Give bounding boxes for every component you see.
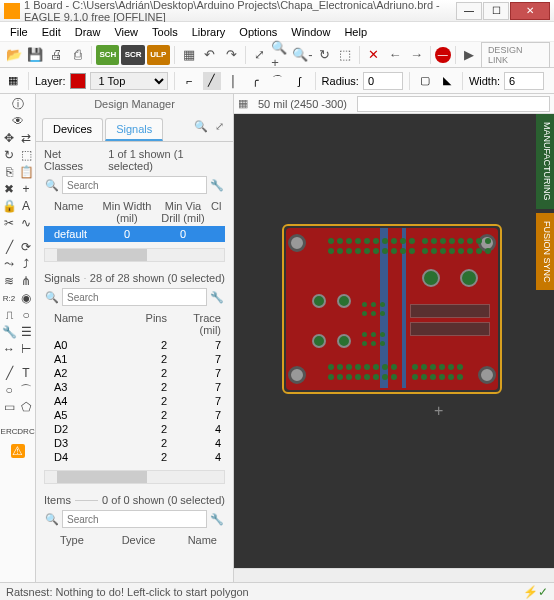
design-link-button[interactable]: DESIGN LINK <box>481 42 550 68</box>
signal-row[interactable]: A027 <box>44 338 225 352</box>
netclass-row[interactable]: default 0 0 <box>44 226 225 242</box>
col-device[interactable]: Device <box>112 534 164 546</box>
zoom-in-icon[interactable]: 🔍+ <box>271 45 290 65</box>
menu-edit[interactable]: Edit <box>36 24 67 40</box>
rect-icon[interactable]: ▭ <box>1 399 17 415</box>
dim-icon[interactable]: ↔ <box>1 341 17 357</box>
menu-help[interactable]: Help <box>338 24 373 40</box>
col-itemname[interactable]: Name <box>165 534 225 546</box>
forward-icon[interactable]: → <box>407 45 426 65</box>
menu-library[interactable]: Library <box>186 24 232 40</box>
undo-icon[interactable]: ↶ <box>200 45 219 65</box>
menu-options[interactable]: Options <box>233 24 283 40</box>
ripup-icon[interactable]: ⤴ <box>18 256 34 272</box>
route-icon[interactable]: ⤳ <box>1 256 17 272</box>
col-cl[interactable]: Cl <box>211 200 225 224</box>
change-icon[interactable]: 🔧 <box>1 324 17 340</box>
show-icon[interactable]: 👁 <box>2 113 34 129</box>
add-icon[interactable]: + <box>18 181 34 197</box>
col-mindrill[interactable]: Min Via Drill (mil) <box>155 200 211 224</box>
layer-color-swatch[interactable] <box>70 73 86 89</box>
signal-row[interactable]: A527 <box>44 408 225 422</box>
print-icon[interactable]: 🖨 <box>47 45 66 65</box>
erc-button[interactable]: ERC <box>1 423 17 439</box>
dim2-icon[interactable]: ⊢ <box>18 341 34 357</box>
paste-icon[interactable]: 📋 <box>18 164 34 180</box>
hole-icon[interactable]: ○ <box>18 307 34 323</box>
cam-icon[interactable]: ⎙ <box>68 45 87 65</box>
redo-icon[interactable]: ↷ <box>222 45 241 65</box>
miter2-icon[interactable]: ◣ <box>438 72 456 90</box>
diff-icon[interactable]: ≋ <box>1 273 17 289</box>
name-icon[interactable]: A <box>18 198 34 214</box>
mirror-icon[interactable]: ⇄ <box>18 130 34 146</box>
fusion-sync-button[interactable]: FUSION SYNC <box>536 213 554 291</box>
items-search-input[interactable] <box>62 510 207 528</box>
grid-icon[interactable]: ▦ <box>234 95 252 113</box>
ratsnest-icon[interactable]: ✕ <box>364 45 383 65</box>
signal-row[interactable]: D424 <box>44 450 225 464</box>
col-type[interactable]: Type <box>44 534 112 546</box>
stop-button[interactable]: — <box>435 47 450 63</box>
wire-style1-icon[interactable]: ⌐ <box>181 72 199 90</box>
signal-icon[interactable]: ⎍ <box>1 307 17 323</box>
grid-toggle-icon[interactable]: ▦ <box>4 72 22 90</box>
col-signame[interactable]: Name <box>44 312 135 336</box>
open-icon[interactable]: 📂 <box>4 45 23 65</box>
lock-icon[interactable]: 🔒 <box>1 198 17 214</box>
col-trace[interactable]: Trace (mil) <box>175 312 225 336</box>
signals-hscroll[interactable] <box>44 470 225 484</box>
grid-icon[interactable]: ▦ <box>179 45 198 65</box>
menu-file[interactable]: File <box>4 24 34 40</box>
menu-draw[interactable]: Draw <box>69 24 107 40</box>
wire-style3-icon[interactable]: │ <box>225 72 243 90</box>
text-icon[interactable]: T <box>18 365 34 381</box>
attr-icon[interactable]: ☰ <box>18 324 34 340</box>
netclass-hscroll[interactable] <box>44 248 225 262</box>
close-button[interactable]: ✕ <box>510 2 550 20</box>
signal-row[interactable]: A127 <box>44 352 225 366</box>
ulp-button[interactable]: ULP <box>147 45 170 65</box>
circle-icon[interactable]: ○ <box>1 382 17 398</box>
signal-row[interactable]: D324 <box>44 436 225 450</box>
manufacturing-button[interactable]: MANUFACTURING <box>536 114 554 209</box>
meander-icon[interactable]: ∿ <box>18 215 34 231</box>
canvas-hscroll[interactable] <box>234 568 554 582</box>
expand-icon[interactable]: ⤢ <box>211 118 227 134</box>
drc-button[interactable]: DRC <box>18 423 34 439</box>
command-input[interactable] <box>357 96 550 112</box>
maximize-button[interactable]: ☐ <box>483 2 509 20</box>
scr-button[interactable]: SCR <box>121 45 144 65</box>
width-input[interactable] <box>504 72 544 90</box>
zoom-redraw-icon[interactable]: ↻ <box>314 45 333 65</box>
poly-icon[interactable]: ⬠ <box>18 399 34 415</box>
col-minwidth[interactable]: Min Width (mil) <box>99 200 155 224</box>
back-icon[interactable]: ← <box>385 45 404 65</box>
signals-search-input[interactable] <box>62 288 207 306</box>
zoom-select-icon[interactable]: ⬚ <box>336 45 355 65</box>
layer-select[interactable]: 1 Top <box>90 72 168 90</box>
menu-tools[interactable]: Tools <box>146 24 184 40</box>
col-pins[interactable]: Pins <box>135 312 175 336</box>
wire-style4-icon[interactable]: ╭ <box>247 72 265 90</box>
group-icon[interactable]: ⬚ <box>18 147 34 163</box>
signal-row[interactable]: A427 <box>44 394 225 408</box>
copy-icon[interactable]: ⎘ <box>1 164 17 180</box>
zoom-fit-icon[interactable]: ⤢ <box>250 45 269 65</box>
rotate-icon[interactable]: ↻ <box>1 147 17 163</box>
delete-icon[interactable]: ✖ <box>1 181 17 197</box>
tab-signals[interactable]: Signals <box>105 118 163 141</box>
wrench-icon[interactable]: 🔧 <box>209 288 225 306</box>
line-icon[interactable]: ╱ <box>1 365 17 381</box>
minimize-button[interactable]: — <box>456 2 482 20</box>
wire-style2-icon[interactable]: ╱ <box>203 72 221 90</box>
search-toggle-icon[interactable]: 🔍 <box>193 118 209 134</box>
col-name[interactable]: Name <box>44 200 99 224</box>
menu-window[interactable]: Window <box>285 24 336 40</box>
errors-icon[interactable]: ⚠ <box>11 444 25 458</box>
zoom-out-icon[interactable]: 🔍- <box>292 45 312 65</box>
wire-style5-icon[interactable]: ⌒ <box>269 72 287 90</box>
optimize-icon[interactable]: ⟳ <box>18 239 34 255</box>
wrench-icon[interactable]: 🔧 <box>209 510 225 528</box>
smash-icon[interactable]: ✂ <box>1 215 17 231</box>
